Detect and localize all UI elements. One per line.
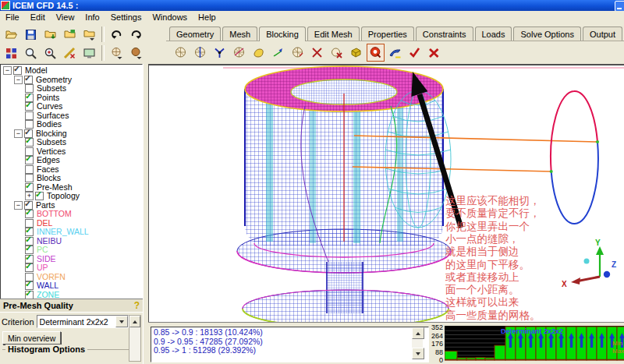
- tree-item-bottom[interactable]: BOTTOM: [1, 210, 142, 219]
- min-overview-button[interactable]: Min overview: [2, 331, 61, 345]
- tree-item-model[interactable]: −Model: [1, 66, 142, 76]
- check-quality-icon[interactable]: [406, 44, 424, 62]
- collapse-icon[interactable]: −: [14, 76, 23, 84]
- criterion-dropdown[interactable]: Determinant 2x2x2: [37, 315, 129, 328]
- left-column: −Model−GeometrySubsetsPointsCurvesSurfac…: [0, 64, 143, 364]
- menu-file[interactable]: File: [0, 12, 25, 23]
- delete-premesh-icon[interactable]: [425, 44, 443, 62]
- tree-item-inner-wall[interactable]: INNER_WALL: [1, 228, 142, 237]
- log-scrollbar[interactable]: [412, 327, 423, 359]
- open-folder-icon[interactable]: [2, 26, 20, 44]
- tree-item-vertices[interactable]: Vertices: [1, 147, 142, 157]
- tab-blocking[interactable]: Blocking: [259, 27, 306, 41]
- tab-constraints[interactable]: Constraints: [416, 27, 473, 41]
- checkbox[interactable]: [25, 156, 34, 164]
- tab-properties[interactable]: Properties: [361, 27, 414, 41]
- edit-face-icon[interactable]: [308, 44, 326, 62]
- block-material-icon[interactable]: [347, 44, 365, 62]
- archive-folder-icon[interactable]: [80, 26, 98, 44]
- fit-grid-icon[interactable]: [2, 44, 20, 62]
- transform-block-icon[interactable]: [289, 44, 307, 62]
- tree-item-edges[interactable]: Edges: [1, 156, 142, 165]
- tab-mesh[interactable]: Mesh: [222, 27, 257, 41]
- modify-ogrid-icon[interactable]: [250, 44, 268, 62]
- split-block-icon[interactable]: [191, 44, 209, 62]
- toolbar-separator: [101, 27, 105, 42]
- redo-icon[interactable]: [127, 26, 145, 44]
- panel-header: Pre-Mesh Quality ?: [0, 299, 143, 313]
- checkbox[interactable]: [25, 183, 34, 192]
- checkbox[interactable]: [35, 192, 44, 200]
- checkbox[interactable]: [25, 210, 34, 218]
- collapse-icon[interactable]: −: [14, 129, 23, 138]
- message-log[interactable]: 0.85 -> 0.9 : 18193 (10.424%)0.9 -> 0.95…: [151, 327, 429, 362]
- menu-view[interactable]: View: [51, 12, 80, 23]
- panel-scrollbar[interactable]: [129, 315, 141, 362]
- tab-edit-mesh[interactable]: Edit Mesh: [307, 27, 360, 41]
- tree-item-points[interactable]: Points: [1, 94, 142, 103]
- tree-item-side[interactable]: SIDE: [1, 255, 142, 264]
- tree-item-wall[interactable]: WALL: [1, 281, 142, 291]
- measure-icon[interactable]: [61, 44, 79, 62]
- tree-item-blocking[interactable]: −Blocking: [1, 129, 142, 139]
- move-vertex-icon[interactable]: [269, 44, 287, 62]
- premesh-quality-icon[interactable]: [367, 44, 385, 62]
- edit-edge-icon[interactable]: [230, 44, 248, 62]
- tab-geometry[interactable]: Geometry: [169, 27, 221, 41]
- render-sphere-icon[interactable]: [108, 44, 126, 62]
- tree-item-curves[interactable]: Curves: [1, 102, 142, 111]
- tree-item-neibu[interactable]: NEIBU: [1, 237, 142, 246]
- menu-info[interactable]: Info: [80, 12, 105, 23]
- collapse-icon[interactable]: −: [3, 66, 12, 75]
- tab-loads[interactable]: Loads: [475, 27, 512, 41]
- collapse-icon[interactable]: −: [14, 201, 23, 210]
- tab-solve-options[interactable]: Solve Options: [513, 27, 580, 41]
- tree-item-subsets[interactable]: Subsets: [1, 84, 142, 94]
- viewport-3d[interactable]: 这里应该不能相切，要不质量肯定不行，你把这里弄出一个小一点的缝隙，就是相当于侧边…: [148, 64, 624, 323]
- export-file-icon[interactable]: [61, 26, 79, 44]
- smooth-premesh-icon[interactable]: [386, 44, 404, 62]
- tree-item-topology[interactable]: +Topology: [1, 192, 142, 201]
- svg-text:面一个小距离。: 面一个小距离。: [445, 284, 519, 295]
- tree-item-faces[interactable]: Faces: [1, 165, 142, 175]
- menu-windows[interactable]: Windows: [147, 12, 193, 23]
- save-icon[interactable]: [22, 26, 40, 44]
- tree-item-pc[interactable]: PC: [1, 246, 142, 255]
- import-file-icon[interactable]: [41, 26, 59, 44]
- tree-item-blocks[interactable]: Blocks: [1, 174, 142, 183]
- scroll-down-icon[interactable]: [412, 348, 424, 359]
- menu-help[interactable]: Help: [193, 12, 222, 23]
- checkbox[interactable]: [25, 102, 34, 111]
- tree-item-up[interactable]: UP: [1, 263, 142, 273]
- delete-block-icon[interactable]: [328, 44, 346, 62]
- panel-title: Pre-Mesh Quality: [3, 301, 73, 310]
- tree-item-geometry[interactable]: −Geometry: [1, 76, 142, 85]
- undo-icon[interactable]: [108, 26, 126, 44]
- goblet-mesh-model: [237, 66, 451, 323]
- tree-item-subsets[interactable]: Subsets: [1, 138, 142, 147]
- merge-vertices-icon[interactable]: [211, 44, 229, 62]
- tree-item-surfaces[interactable]: Surfaces: [1, 111, 142, 121]
- checkbox[interactable]: [25, 263, 34, 272]
- solid-sphere-icon[interactable]: [127, 44, 145, 62]
- checkbox[interactable]: [25, 111, 34, 120]
- screen-icon[interactable]: [80, 44, 98, 62]
- checkbox[interactable]: [25, 138, 34, 147]
- minimize-button[interactable]: [615, 1, 624, 12]
- checkbox[interactable]: [24, 76, 33, 84]
- checkbox[interactable]: [25, 165, 34, 174]
- tree-item-bodies[interactable]: Bodies: [1, 120, 142, 129]
- create-block-icon[interactable]: [172, 44, 190, 62]
- help-icon[interactable]: ?: [134, 300, 140, 311]
- scroll-up-icon[interactable]: [412, 327, 424, 339]
- tab-output[interactable]: Output: [583, 27, 622, 41]
- menu-settings[interactable]: Settings: [105, 12, 147, 23]
- checkbox[interactable]: [13, 66, 22, 75]
- zoom-icon[interactable]: [22, 44, 40, 62]
- chevron-down-icon[interactable]: [115, 316, 128, 327]
- examine-icon[interactable]: [41, 44, 59, 62]
- menu-edit[interactable]: Edit: [25, 12, 51, 23]
- scroll-up-icon[interactable]: [129, 316, 140, 327]
- tree-item-vorfn[interactable]: VORFN: [1, 273, 142, 282]
- histogram-plot[interactable]: Determinant 2x2x2MinMax: [445, 326, 624, 362]
